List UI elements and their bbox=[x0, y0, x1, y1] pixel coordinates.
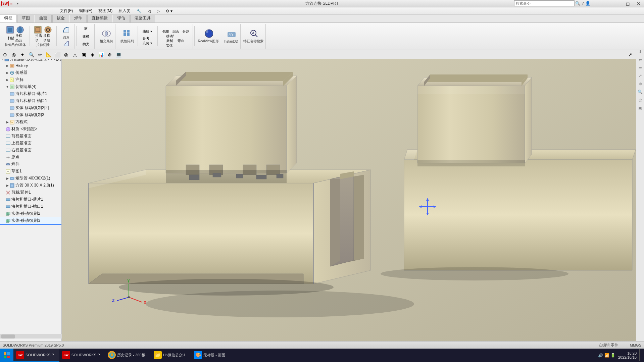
rs-icon-8[interactable]: ◎ bbox=[637, 97, 644, 103]
tree-item-weldment[interactable]: 焊件 bbox=[0, 161, 61, 168]
view-icon-5[interactable]: ✏ bbox=[36, 51, 44, 58]
tree-item-rect-tube[interactable]: ▶ 矩型管 40X30X2(1) bbox=[0, 175, 61, 182]
tab-direct-edit[interactable]: 直接编辑 bbox=[87, 14, 112, 22]
tree-item-slot-groove[interactable]: 海片和槽口-槽口1 bbox=[0, 203, 61, 210]
tree-item-move-copy2[interactable]: 实体-移动/复制2 bbox=[0, 210, 61, 217]
tab-sheetmetal[interactable]: 钣金 bbox=[52, 14, 69, 22]
tab-feature[interactable]: 特征 bbox=[0, 13, 17, 22]
sweep-cut-button[interactable]: 扫描切 bbox=[35, 35, 43, 42]
view-icon-6[interactable]: 📐 bbox=[45, 51, 52, 58]
viewport[interactable]: X Y Z bbox=[62, 39, 636, 346]
fillet-button[interactable] bbox=[61, 25, 71, 35]
instant3d-button[interactable]: 3D bbox=[226, 30, 236, 39]
view-icon-4[interactable]: 🔍 bbox=[28, 51, 35, 58]
show-desktop-button[interactable] bbox=[639, 349, 641, 361]
linear-pattern-button[interactable] bbox=[122, 29, 132, 38]
tab-weldment[interactable]: 焊件 bbox=[70, 14, 87, 22]
tree-item-cutlist-4[interactable]: 实体-移动/复制3 bbox=[0, 111, 61, 118]
tree-item-cutlist[interactable]: ▼ 切割清单(4) bbox=[0, 83, 61, 90]
tree-item-sketch1[interactable]: 草图1 bbox=[0, 168, 61, 175]
menu-item-arrow[interactable]: ◁ bbox=[145, 8, 153, 14]
shell-button[interactable]: 抽壳 bbox=[81, 40, 91, 48]
tree-item-cutlist-3[interactable]: 实体-移动/复制2[2] bbox=[0, 104, 61, 111]
view-icon-10[interactable]: ▣ bbox=[80, 51, 87, 58]
realview-button[interactable] bbox=[204, 29, 213, 38]
taskbar-sw1[interactable]: SW SOLIDWORKS P... bbox=[13, 349, 59, 362]
view-icon-2[interactable]: ◎ bbox=[10, 51, 17, 58]
sweep-button[interactable]: 扫描 bbox=[7, 35, 15, 42]
tree-item-slot-thin[interactable]: 海片和槽口-薄片1 bbox=[0, 196, 61, 203]
tree-item-annotation[interactable]: ▶ A 注解 bbox=[0, 76, 61, 83]
menu-item-settings[interactable]: ⚙ ▾ bbox=[163, 8, 175, 14]
panel-hscroll[interactable] bbox=[0, 334, 62, 339]
tree-item-history[interactable]: ▶ History bbox=[0, 62, 61, 69]
tab-surface[interactable]: 曲面 bbox=[35, 14, 52, 22]
tree-item-sq-tube[interactable]: ▶ 方管 30 X 30 X 2.0(1) bbox=[0, 182, 61, 189]
view-icon-3[interactable]: ✦ bbox=[19, 51, 26, 58]
rs-icon-3[interactable]: ⬅ bbox=[637, 56, 644, 63]
expand-icon[interactable]: ⤢ bbox=[627, 51, 634, 58]
menu-item-tools[interactable]: 🔧 bbox=[134, 8, 144, 14]
flex-button[interactable]: 弯曲 bbox=[176, 36, 186, 46]
tab-sketch[interactable]: 草图 bbox=[17, 14, 34, 22]
taskbar-sw2[interactable]: SW SOLIDWORKS P... bbox=[59, 349, 105, 362]
view-icon-8[interactable]: ◎ bbox=[62, 51, 70, 58]
rib-button[interactable]: 筋 bbox=[81, 24, 91, 33]
loft-cut-button[interactable]: 放样切制 bbox=[43, 35, 51, 42]
move-copy-button[interactable]: 移动/复制实体 bbox=[166, 36, 176, 46]
menu-item-edit[interactable]: 编辑(E) bbox=[76, 7, 95, 14]
start-button[interactable] bbox=[0, 349, 13, 362]
chamfer-button[interactable] bbox=[62, 40, 70, 47]
tree-item-front-plane[interactable]: 前视基准面 bbox=[0, 133, 61, 140]
tree-item-material[interactable]: 材质 <未指定> bbox=[0, 125, 61, 133]
view-icon-13[interactable]: ⊛ bbox=[106, 51, 113, 58]
tree-item-move-copy3[interactable]: 实体-移动/复制3 bbox=[0, 217, 61, 225]
taskbar-paint[interactable]: 🎨 无标题 - 画图 bbox=[191, 349, 228, 362]
tree-item-right-plane[interactable]: 右视基准面 bbox=[0, 147, 61, 154]
hscroll-thumb[interactable] bbox=[1, 334, 15, 339]
command-search-input[interactable] bbox=[514, 0, 575, 6]
extrude-boss-button[interactable] bbox=[5, 25, 15, 35]
view-icon-11[interactable]: ◈ bbox=[89, 51, 96, 58]
intersect-button[interactable] bbox=[102, 29, 111, 38]
tree-item-sensor[interactable]: ▶ 传感器 bbox=[0, 69, 61, 76]
minimize-button[interactable]: ─ bbox=[612, 0, 623, 7]
rs-icon-4[interactable]: ➡ bbox=[637, 64, 644, 71]
help-icon[interactable]: ? bbox=[582, 1, 584, 6]
tree-item-cutlist-1[interactable]: 海片和槽口-薄片1 bbox=[0, 90, 61, 97]
rs-icon-9[interactable]: ▣ bbox=[637, 105, 644, 111]
tree-item-cutlist-2[interactable]: 海片和槽口-槽口1 bbox=[0, 97, 61, 104]
rs-icon-7[interactable]: 🔍 bbox=[637, 89, 644, 95]
extrude-cut-button[interactable] bbox=[33, 25, 43, 35]
taskbar-browser[interactable]: 🌐 历史记录 - 360极... bbox=[105, 349, 151, 362]
feature-search-button[interactable]: A bbox=[249, 29, 258, 38]
user-icon[interactable]: 👤 bbox=[585, 1, 590, 6]
tree-item-trim[interactable]: 剪裁/延伸1 bbox=[0, 189, 61, 196]
menu-item-file[interactable]: 文件(F) bbox=[57, 7, 76, 14]
menu-item-view[interactable]: 视图(M) bbox=[96, 7, 115, 14]
view-icon-14[interactable]: 💻 bbox=[115, 51, 122, 58]
view-icon-1[interactable]: ⊕ bbox=[1, 51, 9, 58]
tab-render[interactable]: 渲染工具 bbox=[130, 14, 155, 22]
view-icon-12[interactable]: 📊 bbox=[97, 51, 105, 58]
view-icon-7[interactable]: ⬜ bbox=[54, 51, 61, 58]
revolve-boss-button[interactable] bbox=[15, 25, 25, 35]
split-button[interactable]: 分割 bbox=[181, 27, 191, 36]
view-icon-9[interactable]: △ bbox=[71, 51, 79, 58]
tab-evaluate[interactable]: 评估 bbox=[113, 14, 130, 22]
taskbar-files[interactable]: 📁 H:\微信公众\1... bbox=[151, 349, 191, 362]
curves-button[interactable]: 曲线 ▾ bbox=[143, 27, 152, 36]
draft-button[interactable]: 拔模 bbox=[81, 33, 91, 40]
close-button[interactable]: ✕ bbox=[633, 0, 644, 7]
menu-item-arrow2[interactable]: ▷ bbox=[154, 8, 162, 14]
tree-item-origin[interactable]: 原点 bbox=[0, 154, 61, 161]
ref-geo-button[interactable]: 参考几何 ▾ bbox=[143, 36, 152, 46]
rs-icon-5[interactable]: ⤢ bbox=[637, 72, 644, 79]
loft-button[interactable]: 放样凸台 bbox=[15, 35, 23, 42]
restore-button[interactable]: ◻ bbox=[623, 0, 633, 7]
tree-item-equation[interactable]: ▶ f= 方程式 bbox=[0, 118, 61, 125]
tree-item-top-plane[interactable]: 上视基准面 bbox=[0, 140, 61, 147]
revolve-cut-button[interactable] bbox=[43, 25, 53, 35]
rs-icon-6[interactable]: ⊕ bbox=[637, 81, 644, 87]
menu-item-insert[interactable]: 插入(I) bbox=[116, 7, 133, 14]
